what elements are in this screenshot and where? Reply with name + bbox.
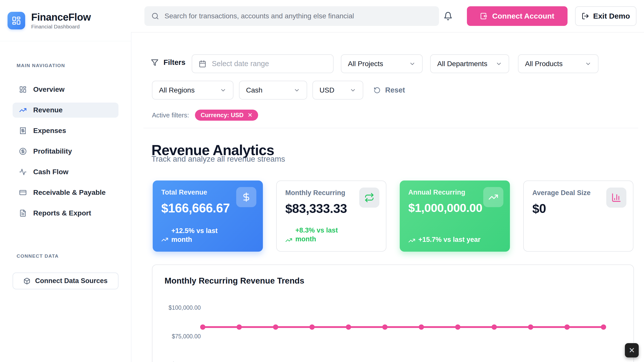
nav-section-label: MAIN NAVIGATION bbox=[17, 63, 65, 68]
rotate-ccw-icon bbox=[374, 87, 381, 94]
connect-account-button[interactable]: Connect Account bbox=[467, 6, 568, 26]
filters-label: Filters bbox=[164, 58, 185, 67]
package-icon bbox=[23, 278, 30, 285]
trending-up-icon bbox=[483, 187, 503, 207]
metric-delta-text: +15.7% vs last year bbox=[418, 235, 480, 244]
sidebar-item-label: Receivable & Payable bbox=[33, 189, 106, 197]
notifications-bell-icon[interactable] bbox=[441, 9, 455, 23]
projects-dropdown-value: All Projects bbox=[348, 60, 383, 68]
top-header: Connect Account Exit Demo bbox=[131, 0, 644, 32]
global-search[interactable] bbox=[144, 6, 439, 26]
metric-delta: +12.5% vs last month bbox=[161, 227, 224, 244]
calendar-icon bbox=[199, 60, 206, 68]
sidebar-item-label: Revenue bbox=[33, 106, 63, 114]
payment-method-dropdown[interactable]: Cash bbox=[239, 81, 307, 100]
exit-demo-label: Exit Demo bbox=[593, 12, 630, 20]
sidebar-item-label: Reports & Export bbox=[33, 209, 91, 217]
main-navigation: Overview Revenue Expenses Profitability … bbox=[13, 82, 118, 226]
departments-dropdown-value: All Departments bbox=[437, 60, 487, 68]
trending-up-icon bbox=[19, 106, 27, 114]
sidebar-item-overview[interactable]: Overview bbox=[13, 82, 118, 97]
file-text-icon bbox=[19, 209, 27, 217]
dollar-circle-icon bbox=[19, 148, 27, 155]
currency-filter-chip[interactable]: Currency: USD ✕ bbox=[195, 110, 258, 121]
sidebar-item-cash-flow[interactable]: Cash Flow bbox=[13, 164, 118, 179]
app-subtitle: Financial Dashboard bbox=[31, 24, 91, 30]
sidebar-item-label: Profitability bbox=[33, 147, 72, 155]
chevron-down-icon bbox=[220, 87, 226, 94]
sidebar-item-receivable-payable[interactable]: Receivable & Payable bbox=[13, 185, 118, 200]
metric-delta-text: +12.5% vs last month bbox=[171, 227, 224, 244]
metric-delta-text: +8.3% vs last month bbox=[295, 226, 348, 244]
mrr-line-chart bbox=[152, 265, 634, 362]
app-logo bbox=[8, 12, 25, 29]
metric-card-total-revenue: Total Revenue $166,666.67 +12.5% vs last… bbox=[153, 180, 263, 252]
chip-close-icon[interactable]: ✕ bbox=[248, 112, 253, 118]
reset-filters-button[interactable]: Reset bbox=[372, 81, 407, 100]
sidebar-item-reports-export[interactable]: Reports & Export bbox=[13, 206, 118, 221]
chevron-down-icon bbox=[350, 87, 356, 94]
date-range-input[interactable] bbox=[211, 59, 327, 68]
connect-data-sources-label: Connect Data Sources bbox=[35, 277, 107, 285]
chevron-down-icon bbox=[585, 61, 591, 67]
projects-dropdown[interactable]: All Projects bbox=[341, 54, 423, 73]
date-range-picker[interactable] bbox=[192, 54, 334, 73]
search-input[interactable] bbox=[164, 12, 432, 20]
metric-card-annual-recurring: Annual Recurring $1,000,000.00 +15.7% vs… bbox=[400, 180, 510, 252]
search-icon bbox=[151, 12, 159, 20]
sidebar-item-profitability[interactable]: Profitability bbox=[13, 144, 118, 159]
departments-dropdown[interactable]: All Departments bbox=[430, 54, 509, 73]
bar-chart-icon bbox=[606, 188, 626, 208]
trending-up-icon bbox=[161, 236, 168, 243]
reset-label: Reset bbox=[385, 86, 405, 94]
sidebar: FinanceFlow Financial Dashboard MAIN NAV… bbox=[0, 0, 131, 362]
connect-account-label: Connect Account bbox=[492, 12, 554, 20]
connect-data-sources-button[interactable]: Connect Data Sources bbox=[13, 273, 118, 289]
dashboard-grid-icon bbox=[12, 16, 21, 25]
metric-card-monthly-recurring: Monthly Recurring $83,333.33 +8.3% vs la… bbox=[276, 180, 386, 252]
currency-dropdown-value: USD bbox=[319, 86, 334, 94]
app-identity: FinanceFlow Financial Dashboard bbox=[31, 12, 91, 30]
section-divider bbox=[143, 128, 638, 128]
metric-cards-row: Total Revenue $166,666.67 +12.5% vs last… bbox=[153, 180, 633, 252]
wallet-icon bbox=[480, 12, 488, 20]
currency-dropdown[interactable]: USD bbox=[312, 81, 363, 100]
overlay-close-button[interactable]: ✕ bbox=[625, 343, 639, 357]
chevron-down-icon bbox=[496, 61, 502, 67]
trending-up-icon bbox=[285, 237, 292, 244]
sidebar-item-label: Cash Flow bbox=[33, 168, 68, 176]
close-icon: ✕ bbox=[629, 346, 635, 355]
repeat-icon bbox=[359, 188, 379, 208]
chevron-down-icon bbox=[294, 87, 300, 94]
sidebar-item-label: Overview bbox=[33, 85, 65, 94]
connect-data-section-label: CONNECT DATA bbox=[17, 253, 59, 259]
active-filters-label: Active filters: bbox=[152, 111, 189, 119]
exit-demo-button[interactable]: Exit Demo bbox=[575, 6, 636, 26]
regions-dropdown[interactable]: All Regions bbox=[152, 81, 233, 100]
credit-card-icon bbox=[19, 189, 27, 196]
metric-delta: +15.7% vs last year bbox=[408, 235, 480, 244]
sidebar-item-revenue[interactable]: Revenue bbox=[13, 103, 118, 118]
currency-filter-chip-label: Currency: USD bbox=[200, 112, 244, 119]
mrr-trends-chart-card: Monthly Recurring Revenue Trends $100,00… bbox=[152, 264, 634, 362]
regions-dropdown-value: All Regions bbox=[159, 86, 195, 94]
receipt-icon bbox=[19, 127, 27, 134]
app-title: FinanceFlow bbox=[31, 12, 91, 23]
dashboard-grid-icon bbox=[19, 86, 27, 93]
metric-delta: +8.3% vs last month bbox=[285, 226, 348, 244]
active-filters-row: Active filters: Currency: USD ✕ bbox=[152, 110, 258, 121]
products-dropdown[interactable]: All Products bbox=[518, 54, 598, 73]
sidebar-item-label: Expenses bbox=[33, 127, 66, 135]
log-out-icon bbox=[582, 12, 589, 20]
products-dropdown-value: All Products bbox=[525, 60, 562, 68]
trending-up-icon bbox=[408, 237, 415, 244]
dollar-icon bbox=[236, 187, 256, 207]
metric-card-average-deal-size: Average Deal Size $0 bbox=[523, 180, 633, 252]
main-content: Filters All Projects All Departments All… bbox=[131, 32, 644, 362]
filters-title: Filters bbox=[151, 58, 185, 67]
sidebar-item-expenses[interactable]: Expenses bbox=[13, 123, 118, 138]
filter-funnel-icon bbox=[151, 59, 158, 66]
sidebar-header: FinanceFlow Financial Dashboard bbox=[0, 0, 131, 41]
payment-method-dropdown-value: Cash bbox=[246, 86, 262, 94]
chevron-down-icon bbox=[409, 61, 416, 67]
